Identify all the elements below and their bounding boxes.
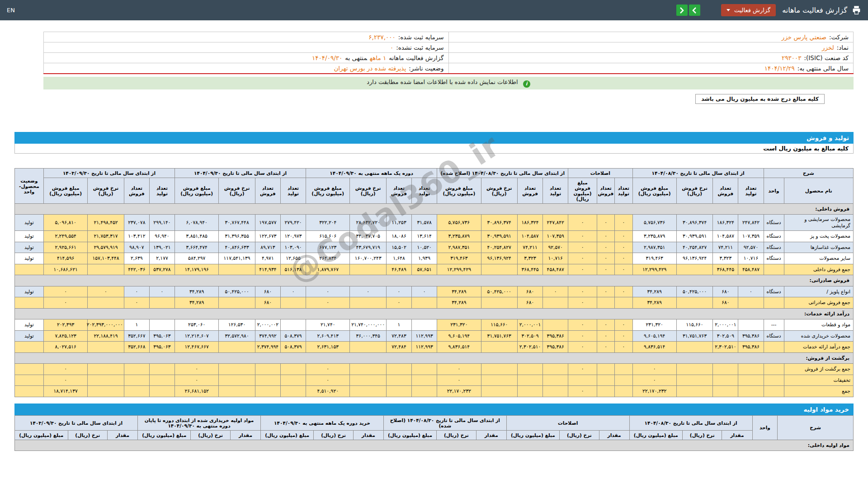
data-cell: ۰ [597, 319, 614, 330]
row-name: جمع برگشت از فروش [784, 364, 854, 375]
data-cell: ۳۶۸,۴۴۵ [517, 264, 542, 275]
data-cell: ۰ [615, 342, 632, 352]
data-cell [597, 364, 614, 375]
data-cell: ۰ [615, 253, 632, 264]
data-cell [481, 342, 517, 352]
data-cell: ۱۱۲,۹۹۳ [412, 330, 437, 341]
table-section-row: برگشت از فروش: [15, 352, 854, 363]
data-cell [481, 297, 517, 308]
data-cell: ۱۸,۰۸۶ [386, 231, 411, 242]
column-group-header: خرید دوره یک ماهه منتهی به ۱۴۰۴/۰۹/۳۰ [260, 415, 383, 430]
data-cell: ۱۲۲,۶۷۳ [255, 231, 280, 242]
row-status [15, 264, 44, 275]
data-cell: ۳۶۸,۴۴۵ [713, 264, 738, 275]
chevron-right-icon [679, 7, 684, 14]
data-cell: ۳۹۵,۳۸۶ [738, 342, 764, 352]
data-cell [412, 375, 437, 385]
data-cell: ۹,۶۰۵,۱۹۴ [632, 330, 676, 341]
info-row: سال مالی منتهی به:۱۴۰۴/۱۲/۲۹وضعیت ناشر:پ… [44, 63, 854, 74]
info-value: پذیرفته شده در بورس تهران [334, 65, 406, 72]
data-cell: ۲۱,۴۹۸,۴۵۲ [88, 215, 124, 231]
data-cell: ۱۳۹,۰۲۱ [149, 242, 175, 253]
row-status: تولید [15, 253, 44, 264]
data-cell: ۴۴۲,۰۳۶ [124, 264, 149, 275]
data-cell [280, 364, 306, 375]
info-icon: i [523, 80, 530, 88]
data-cell: ۱۵,۵۰۲ [386, 242, 411, 253]
info-cell-left: گزارش فعالیت ماهانه۱ ماههمنتهی به۱۴۰۴/۰۹… [44, 53, 449, 63]
table-total-row: جمع فروش صادراتی۶۸۰۳۴,۲۸۹۰۶۸۰۳۴,۲۸۹۰۰۶۸۰… [15, 297, 854, 308]
data-cell: ۲۱,۷۴۰,۰۰۰,۰۰۰ [350, 319, 386, 330]
data-cell: ۱۲,۶۵۵ [280, 253, 306, 264]
info-table-body: شرکت:صنعتي پارس خزرسرمایه ثبت شده:۶,۲۳۷,… [44, 32, 854, 74]
data-cell: ۱۲,۲۹۹,۴۲۹ [632, 264, 676, 275]
data-cell [738, 297, 764, 308]
raw-materials-table: شرحواحداز ابتدای سال مالی تا تاریخ ۱۴۰۴/… [14, 415, 854, 451]
column-header: مبلغ (میلیون ریال) [629, 430, 682, 440]
data-cell: ۰ [597, 330, 614, 341]
data-cell: ۹۶,۱۳۶,۹۲۴ [676, 253, 712, 264]
data-cell: ۰ [568, 215, 597, 231]
section-label: مواد اولیه داخلی: [15, 440, 854, 450]
data-cell [88, 264, 124, 275]
column-group-header: اصلاحات [506, 415, 629, 430]
data-cell: ۷۲,۴۸۳ [386, 330, 411, 341]
data-cell: ۳۱,۳۹۶,۳۵۵ [219, 231, 255, 242]
table-product-row: سایر محصولاتدستگاه۱۰,۷۱۶۳,۳۲۳۹۶,۱۳۶,۹۲۴۳… [15, 253, 854, 264]
column-header: مبلغ (میلیون ریال) [506, 430, 559, 440]
data-cell: ۰ [568, 264, 597, 275]
row-name: جمع [784, 386, 854, 397]
column-header: مبلغ فروش (میلیون ریال) [43, 178, 87, 204]
data-cell: ۰ [88, 286, 124, 297]
column-header: نرخ (ریال) [437, 430, 476, 440]
data-cell: ۰ [615, 330, 632, 341]
data-cell: ۳۴,۲۸۹ [632, 286, 676, 297]
data-cell: ۴۱۴,۵۹۶ [43, 253, 87, 264]
row-name: انواع پلوپز / [784, 286, 854, 297]
column-header: مبلغ فروش (میلیون ریال) [306, 178, 350, 204]
data-cell [713, 364, 738, 375]
data-cell: ۱,۶۴۸ [386, 253, 411, 264]
row-name: تخفیفات [784, 375, 854, 385]
row-unit [764, 264, 784, 275]
data-cell [676, 364, 712, 375]
data-cell [597, 386, 614, 397]
data-cell: ۷۴,۲۱۱ [517, 242, 542, 253]
data-cell: ۲,۹۸۷,۳۵۱ [632, 242, 676, 253]
data-cell [219, 386, 255, 397]
data-cell: ۰ [412, 286, 437, 297]
data-cell: ۱۱۷,۵۴۱,۱۳۹ [219, 253, 255, 264]
data-cell: ۲,۳۷۴,۹۹۴ [255, 342, 280, 352]
info-cell-right: شرکت:صنعتي پارس خزر [448, 32, 854, 42]
data-cell: ۰ [149, 286, 175, 297]
data-cell: ۵۰۸,۳۷۹ [280, 330, 306, 341]
report-type-dropdown[interactable]: گزارش فعالیت [721, 4, 776, 16]
column-header: تعداد تولید [412, 178, 437, 204]
data-cell: ۹۸,۹۰۷ [124, 242, 149, 253]
data-cell: ۴۵۸,۴۸۷ [543, 264, 568, 275]
data-cell: ۲,۹۲۵,۶۶۱ [43, 242, 87, 253]
previous-report-button[interactable] [689, 5, 700, 16]
signature-notice-text: اطلاعات نمایش داده شده با اطلاعات امضا ش… [367, 79, 518, 85]
data-cell: ۴,۹۷۱ [255, 253, 280, 264]
data-cell: ۰ [615, 242, 632, 253]
data-cell: ۰ [597, 286, 614, 297]
data-cell: ۳۰,۹۳۹,۵۹۱ [481, 231, 517, 242]
table-section-row: درآمد ارائه خدمات: [15, 308, 854, 319]
company-info-table: شرکت:صنعتي پارس خزرسرمایه ثبت شده:۶,۲۳۷,… [43, 32, 854, 74]
data-cell [615, 364, 632, 375]
caret-down-icon [726, 9, 730, 11]
language-switch-link[interactable]: EN [7, 7, 15, 14]
page-title: گزارش فعالیت ماهانه [782, 6, 847, 14]
data-cell [255, 364, 280, 375]
data-cell: ۱۶۰,۷۰۰,۲۴۳ [350, 253, 386, 264]
next-report-button[interactable] [676, 5, 688, 16]
row-unit: دستگاه [764, 215, 784, 231]
column-header: نام محصول [784, 178, 854, 204]
data-cell: ۳,۸۵۱,۴۸۵ [175, 231, 219, 242]
data-cell: ۰ [306, 375, 350, 385]
data-cell [738, 375, 764, 385]
data-cell: ۲۴۷,۸۴۲ [738, 215, 764, 231]
printer-icon[interactable] [852, 5, 861, 15]
data-cell: ۰ [568, 231, 597, 242]
